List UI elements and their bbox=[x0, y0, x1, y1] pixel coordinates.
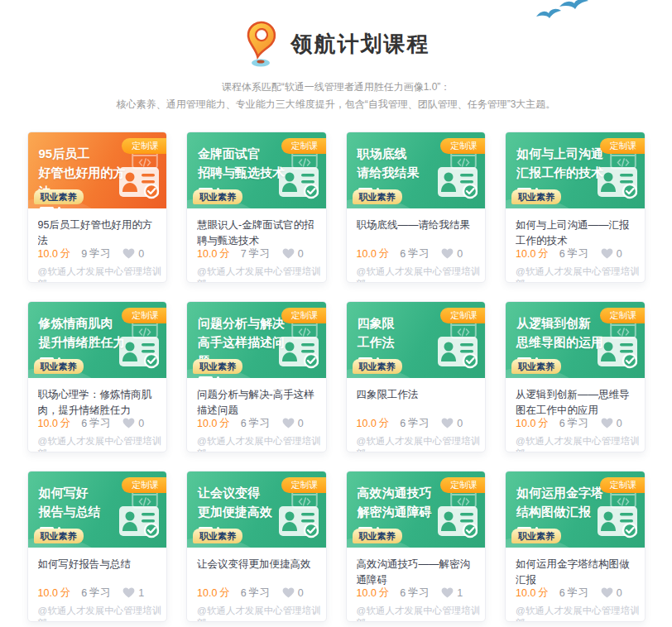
location-pin-icon bbox=[242, 20, 281, 68]
page-subtitle: 课程体系匹配“软通一线管理者通用胜任力画像1.0”： 核心素养、通用管理能力、专… bbox=[0, 79, 672, 113]
learner-unit: 学习 bbox=[89, 586, 110, 600]
like-count: 1 bbox=[138, 587, 144, 599]
score-unit: 分 bbox=[538, 586, 549, 600]
learner-count: 6 bbox=[400, 248, 406, 260]
course-card[interactable]: 定制课 四象限 工作法 bbox=[346, 301, 487, 452]
heart-icon bbox=[282, 587, 295, 598]
course-card[interactable]: 定制课 如何写好 报告与总结 bbox=[27, 471, 168, 622]
course-card-header: 定制课 如何与上司沟通 汇报工作的技术 bbox=[506, 132, 645, 208]
course-stats: 10.0 分 9 学习 0 bbox=[38, 246, 157, 261]
course-score: 10.0 bbox=[197, 587, 217, 599]
learner-unit: 学习 bbox=[408, 246, 429, 261]
course-card[interactable]: 定制课 职场底线 请给我结果 bbox=[346, 132, 487, 283]
course-description: 让会议变得更加便捷高效 bbox=[197, 557, 316, 587]
publisher-label: @软通人才发展中心管理培训部 bbox=[197, 266, 326, 283]
course-card[interactable]: 定制课 高效沟通技巧 解密沟通障碍 bbox=[346, 471, 487, 622]
course-card[interactable]: 定制课 95后员工 好管也好用的方法 bbox=[27, 132, 168, 283]
learner-unit: 学习 bbox=[408, 586, 429, 600]
learner-count: 6 bbox=[241, 418, 247, 429]
learner-count: 6 bbox=[241, 587, 247, 599]
course-stats: 10.0 分 6 学习 0 bbox=[357, 416, 476, 430]
publisher-label: @软通人才发展中心管理培训部 bbox=[197, 605, 326, 622]
course-description: 高效沟通技巧——解密沟通障碍 bbox=[357, 557, 476, 587]
course-title-line-2: 解密沟通障碍 bbox=[358, 502, 455, 521]
course-title: 四象限 工作法 bbox=[347, 302, 455, 352]
course-card-body: 慧眼识人-金牌面试官的招聘与甄选技术 10.0 分 7 学习 0 @软通人才发展… bbox=[187, 208, 326, 282]
course-grid: 定制课 95后员工 好管也好用的方法 bbox=[27, 132, 646, 622]
custom-course-badge: 定制课 bbox=[122, 477, 166, 493]
course-stats: 10.0 分 6 学习 0 bbox=[516, 246, 635, 261]
title-row: 领航计划课程 bbox=[0, 20, 672, 68]
score-unit: 分 bbox=[538, 416, 549, 430]
publisher-label: @软通人才发展中心管理培训部 bbox=[38, 435, 167, 452]
course-description: 慧眼识人-金牌面试官的招聘与甄选技术 bbox=[197, 218, 316, 248]
score-unit: 分 bbox=[219, 416, 230, 430]
score-unit: 分 bbox=[219, 586, 230, 600]
course-card[interactable]: 定制课 修炼情商肌肉 提升情绪胜任力 bbox=[27, 301, 168, 452]
course-title: 如何运用金字塔 结构图做汇报 bbox=[506, 471, 614, 521]
course-card-body: 让会议变得更加便捷高效 10.0 分 6 学习 0 @软通人才发展中心管理培训部 bbox=[187, 548, 326, 621]
learner-count: 7 bbox=[241, 248, 247, 260]
course-card-body: 如何与上司沟通——汇报工作的技术 10.0 分 6 学习 0 @软通人才发展中心… bbox=[506, 208, 645, 282]
course-card[interactable]: 定制课 从逻辑到创新 思维导图的运用 bbox=[505, 301, 646, 452]
subtitle-line-1: 课程体系匹配“软通一线管理者通用胜任力画像1.0”： bbox=[0, 79, 672, 96]
heart-icon bbox=[441, 418, 454, 428]
score-unit: 分 bbox=[60, 586, 71, 600]
heart-icon bbox=[601, 418, 613, 428]
course-title-line-2: 工作法 bbox=[358, 333, 455, 352]
course-card-header: 定制课 职场底线 请给我结果 bbox=[347, 132, 486, 208]
category-tag: 职业素养 bbox=[353, 189, 402, 204]
heart-icon bbox=[601, 587, 613, 598]
course-card[interactable]: 定制课 如何运用金字塔 结构图做汇报 bbox=[505, 471, 646, 622]
course-card[interactable]: 定制课 金牌面试官 招聘与甄选技术 bbox=[186, 132, 327, 283]
score-unit: 分 bbox=[60, 246, 71, 261]
course-title: 如何与上司沟通 汇报工作的技术 bbox=[506, 132, 614, 182]
heart-icon bbox=[441, 248, 454, 259]
course-card-header: 定制课 高效沟通技巧 解密沟通障碍 bbox=[347, 471, 486, 548]
course-stats: 10.0 分 6 学习 0 bbox=[38, 416, 157, 430]
heart-icon bbox=[441, 587, 454, 598]
course-card[interactable]: 定制课 问题分析与解决 高手这样描述问题 bbox=[186, 301, 327, 452]
learner-count: 6 bbox=[81, 418, 87, 429]
publisher-label: @软通人才发展中心管理培训部 bbox=[357, 435, 486, 452]
course-title: 修炼情商肌肉 提升情绪胜任力 bbox=[28, 302, 137, 352]
course-description: 职场底线——请给我结果 bbox=[357, 218, 476, 248]
course-card-header: 定制课 问题分析与解决 高手这样描述问题 bbox=[187, 302, 326, 378]
course-title-line-2: 结构图做汇报 bbox=[516, 502, 614, 521]
learner-count: 6 bbox=[559, 418, 565, 429]
course-title-line-2: 报告与总结 bbox=[39, 502, 137, 521]
category-tag: 职业素养 bbox=[353, 359, 402, 374]
category-tag: 职业素养 bbox=[511, 529, 561, 543]
custom-course-badge: 定制课 bbox=[281, 477, 326, 493]
course-stats: 10.0 分 6 学习 0 bbox=[516, 416, 635, 430]
heart-icon bbox=[122, 418, 135, 428]
publisher-label: @软通人才发展中心管理培训部 bbox=[516, 435, 645, 452]
course-card-header: 定制课 如何运用金字塔 结构图做汇报 bbox=[506, 471, 645, 548]
score-unit: 分 bbox=[538, 246, 549, 261]
publisher-label: @软通人才发展中心管理培训部 bbox=[516, 605, 645, 622]
course-card[interactable]: 定制课 如何与上司沟通 汇报工作的技术 bbox=[505, 132, 646, 283]
learner-count: 9 bbox=[81, 248, 87, 260]
course-card[interactable]: 定制课 让会议变得 更加便捷高效 bbox=[186, 471, 327, 622]
course-card-header: 定制课 从逻辑到创新 思维导图的运用 bbox=[506, 302, 645, 378]
heart-icon bbox=[601, 248, 613, 259]
course-card-header: 定制课 如何写好 报告与总结 bbox=[28, 471, 167, 548]
learner-unit: 学习 bbox=[249, 416, 270, 430]
course-stats: 10.0 分 6 学习 1 bbox=[357, 586, 476, 600]
publisher-label: @软通人才发展中心管理培训部 bbox=[38, 605, 167, 622]
course-score: 10.0 bbox=[38, 248, 58, 260]
course-score: 10.0 bbox=[357, 248, 377, 260]
subtitle-line-2: 核心素养、通用管理能力、专业能力三大维度提升，包含“自我管理、团队管理、任务管理… bbox=[0, 96, 672, 113]
category-tag: 职业素养 bbox=[511, 189, 561, 204]
course-card-body: 四象限工作法 10.0 分 6 学习 0 @软通人才发展中心管理培训部 bbox=[347, 378, 486, 452]
score-unit: 分 bbox=[379, 416, 390, 430]
course-score: 10.0 bbox=[516, 248, 535, 260]
learner-count: 6 bbox=[559, 587, 565, 599]
like-count: 0 bbox=[138, 418, 144, 429]
page-title: 领航计划课程 bbox=[291, 30, 430, 59]
course-stats: 10.0 分 6 学习 0 bbox=[197, 586, 316, 600]
course-card-header: 定制课 金牌面试官 招聘与甄选技术 bbox=[187, 132, 326, 208]
heart-icon bbox=[122, 248, 135, 259]
category-tag: 职业素养 bbox=[193, 189, 242, 204]
custom-course-badge: 定制课 bbox=[281, 308, 326, 323]
